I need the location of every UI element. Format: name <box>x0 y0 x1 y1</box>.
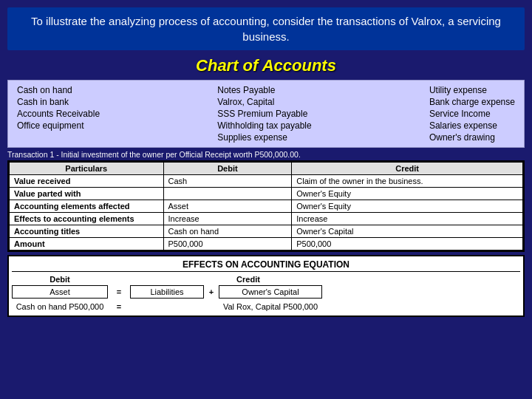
eq-plus-sign: + <box>204 287 219 296</box>
account-owners-drawing: Owner's drawing <box>429 132 515 143</box>
account-office-equipment: Office equipment <box>17 120 100 131</box>
accounts-grid: Cash on hand Cash in bank Accounts Recei… <box>7 80 525 148</box>
account-utility-expense: Utility expense <box>429 85 515 95</box>
row2-credit: Owner's Equity <box>292 200 523 213</box>
chart-of-accounts-title: Chart of Accounts <box>7 56 525 75</box>
account-valrox-capital: Valrox, Capital <box>217 97 311 107</box>
eq-debit-header: Debit <box>12 275 108 284</box>
accounts-col-1: Cash on hand Cash in bank Accounts Recei… <box>17 85 100 143</box>
header-text: To illustrate the analyzing process of a… <box>7 7 525 50</box>
header-title: To illustrate the analyzing process of a… <box>31 15 501 43</box>
account-accounts-receivable: Accounts Receivable <box>17 109 100 119</box>
eq-liabilities-empty <box>130 305 204 308</box>
eq-asset-label: Asset <box>12 285 108 299</box>
eq-equals-1: = <box>108 287 130 296</box>
row5-credit: P500,000 <box>292 238 523 250</box>
th-debit: Debit <box>163 163 292 175</box>
row4-credit: Owner's Capital <box>292 225 523 238</box>
eq-credit-header: Credit <box>130 275 366 284</box>
th-particulars: Particulars <box>10 163 164 175</box>
row1-particulars: Value parted with <box>10 188 164 200</box>
equation-section: EFFECTS ON ACCOUNTING EQUATION Debit Cre… <box>7 255 525 317</box>
row3-credit: Increase <box>292 213 523 225</box>
row4-debit: Cash on hand <box>163 225 292 238</box>
row2-debit: Asset <box>163 200 292 213</box>
row1-debit <box>163 188 292 200</box>
account-cash-on-hand: Cash on hand <box>17 85 100 95</box>
row0-credit: Claim of the owner in the business. <box>292 175 523 188</box>
account-salaries-expense: Salaries expense <box>429 120 515 131</box>
row5-debit: P500,000 <box>163 238 292 250</box>
account-supplies-expense: Supplies expense <box>217 132 311 143</box>
table-row: Accounting titles Cash on hand Owner's C… <box>10 225 523 238</box>
account-cash-in-bank: Cash in bank <box>17 97 100 107</box>
journal-table-container: Particulars Debit Credit Value received … <box>7 160 525 252</box>
eq-equals-2: = <box>108 302 130 311</box>
table-row: Value parted with Owner's Equity <box>10 188 523 200</box>
row1-credit: Owner's Equity <box>292 188 523 200</box>
th-credit: Credit <box>292 163 523 175</box>
accounts-col-2: Notes Payable Valrox, Capital SSS Premiu… <box>217 85 311 143</box>
row4-particulars: Accounting titles <box>10 225 164 238</box>
eq-cash-on-hand: Cash on hand P500,000 <box>12 301 108 313</box>
row3-debit: Increase <box>163 213 292 225</box>
row2-particulars: Accounting elements affected <box>10 200 164 213</box>
account-sss-premium: SSS Premium Payable <box>217 109 311 119</box>
eq-liabilities-label: Liabilities <box>130 285 204 299</box>
table-row: Effects to accounting elements Increase … <box>10 213 523 225</box>
row5-particulars: Amount <box>10 238 164 250</box>
eq-owners-capital-label: Owner's Capital <box>219 285 322 299</box>
transaction-label: Transaction 1 - Initial investment of th… <box>7 150 525 159</box>
table-row: Value received Cash Claim of the owner i… <box>10 175 523 188</box>
equation-title: EFFECTS ON ACCOUNTING EQUATION <box>12 259 520 272</box>
account-withholding-tax: Withholding tax payable <box>217 120 311 131</box>
journal-table: Particulars Debit Credit Value received … <box>9 162 523 250</box>
account-service-income: Service Income <box>429 109 515 119</box>
row3-particulars: Effects to accounting elements <box>10 213 164 225</box>
eq-val-rox: Val Rox, Capital P500,000 <box>219 301 322 313</box>
slide: To illustrate the analyzing process of a… <box>0 0 532 399</box>
table-row: Accounting elements affected Asset Owner… <box>10 200 523 213</box>
account-notes-payable: Notes Payable <box>217 85 311 95</box>
table-row: Amount P500,000 P500,000 <box>10 238 523 250</box>
account-bank-charge-expense: Bank charge expense <box>429 97 515 107</box>
accounts-col-3: Utility expense Bank charge expense Serv… <box>429 85 515 143</box>
row0-particulars: Value received <box>10 175 164 188</box>
row0-debit: Cash <box>163 175 292 188</box>
